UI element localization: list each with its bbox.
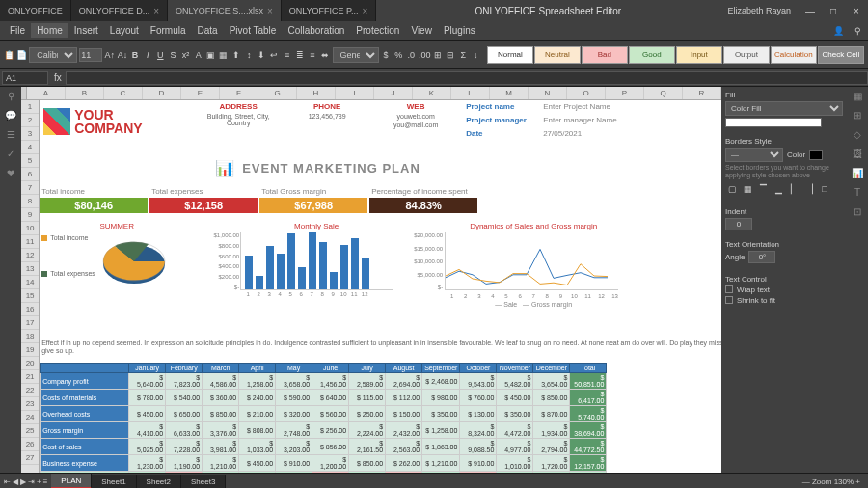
table-settings-icon[interactable]: ⊞ <box>851 110 864 123</box>
border-style-select[interactable]: — <box>725 148 783 162</box>
shrink-checkbox[interactable] <box>725 296 733 304</box>
data-table[interactable]: JanuaryFebruaryMarchAprilMayJuneJulyAugu… <box>40 363 607 473</box>
font-size-input[interactable] <box>79 48 102 62</box>
row-header[interactable]: 25 <box>21 424 39 438</box>
maximize-icon[interactable]: □ <box>822 6 845 16</box>
row-header[interactable]: 7 <box>21 181 39 195</box>
col-header[interactable]: Q <box>644 87 683 99</box>
row-header[interactable]: 27 <box>21 451 39 465</box>
menu-formula[interactable]: Formula <box>145 23 192 38</box>
row-header[interactable]: 14 <box>21 276 39 289</box>
sheet-add-icon[interactable]: + <box>37 477 41 486</box>
style-output[interactable]: Output <box>723 46 770 64</box>
menu-layout[interactable]: Layout <box>104 23 145 38</box>
row-header[interactable]: 4 <box>21 141 39 154</box>
sum-icon[interactable]: Σ <box>458 48 469 62</box>
number-format-select[interactable]: General <box>333 47 379 63</box>
sheet-prev-icon[interactable]: ◀ <box>13 477 18 486</box>
find-icon[interactable]: ⚲ <box>851 24 864 38</box>
row-header[interactable]: 9 <box>21 208 39 222</box>
border-all-icon[interactable]: ▦ <box>741 182 754 196</box>
style-neutral[interactable]: Neutral <box>534 46 581 64</box>
file-tab-1[interactable]: ONLYOFFICE S....xlsx× <box>168 0 282 21</box>
formula-input[interactable] <box>66 71 868 85</box>
row-header[interactable]: 6 <box>21 168 39 181</box>
comments-icon[interactable]: 💬 <box>4 110 17 123</box>
sort-icon[interactable]: ↓ <box>471 48 481 62</box>
row-header[interactable]: 22 <box>21 384 39 397</box>
indent-input[interactable] <box>725 218 752 230</box>
border-bottom-icon[interactable]: ▁ <box>772 182 785 196</box>
sheet-tab-2[interactable]: Sheet2 <box>137 475 181 488</box>
sheet-last-icon[interactable]: ⇥ <box>28 477 35 486</box>
row-header[interactable]: 13 <box>21 262 39 276</box>
font-color-icon[interactable]: A <box>193 48 203 62</box>
user-name[interactable]: Elizabeth Rayan <box>719 6 799 15</box>
col-header[interactable]: M <box>490 87 529 99</box>
align-right-icon[interactable]: ≡ <box>307 48 317 62</box>
fill-color-icon[interactable]: ▣ <box>205 48 216 62</box>
font-family-select[interactable]: Calibri <box>29 47 77 63</box>
border-top-icon[interactable]: ▔ <box>756 182 770 196</box>
file-tab-2[interactable]: ONLYOFFICE P...× <box>282 0 377 21</box>
feedback-icon[interactable]: ❤ <box>4 168 17 181</box>
menu-insert[interactable]: Insert <box>68 23 104 38</box>
col-header[interactable]: N <box>529 87 567 99</box>
border-none-icon[interactable]: □ <box>818 182 831 196</box>
strike-icon[interactable]: S <box>168 48 178 62</box>
dec-inc-icon[interactable]: .0 <box>406 48 417 62</box>
align-center-icon[interactable]: ≣ <box>294 48 305 62</box>
row-header[interactable]: 16 <box>21 303 39 316</box>
row-header[interactable]: 19 <box>21 343 39 357</box>
style-normal[interactable]: Normal <box>487 46 533 64</box>
paste-icon[interactable]: 📄 <box>16 48 27 62</box>
style-check-cell[interactable]: Check Cell <box>818 46 864 64</box>
shape-settings-icon[interactable]: ◇ <box>851 129 864 143</box>
cell-settings-icon[interactable]: ▦ <box>851 91 864 104</box>
close-icon[interactable]: × <box>362 6 367 16</box>
col-header[interactable]: F <box>220 87 258 99</box>
row-header[interactable]: 15 <box>21 289 39 303</box>
grow-font-icon[interactable]: A↑ <box>104 48 115 62</box>
row-header[interactable]: 20 <box>21 357 39 370</box>
merge-icon[interactable]: ⬌ <box>319 48 330 62</box>
fx-icon[interactable]: fx <box>50 72 66 83</box>
super-icon[interactable]: x² <box>180 48 191 62</box>
menu-collab[interactable]: Collaboration <box>282 23 350 38</box>
wrap-checkbox[interactable] <box>725 285 733 293</box>
name-box[interactable] <box>2 71 48 85</box>
fill-color-swatch[interactable] <box>725 118 822 127</box>
search-icon[interactable]: ⚲ <box>4 91 17 104</box>
row-header[interactable]: 11 <box>21 235 39 249</box>
row-header[interactable]: 2 <box>21 114 39 127</box>
chat-icon[interactable]: ☰ <box>4 129 17 143</box>
border-left-icon[interactable]: ▏ <box>787 182 800 196</box>
close-icon[interactable]: × <box>267 6 273 16</box>
col-header[interactable]: C <box>104 87 143 99</box>
pivot-settings-icon[interactable]: ⊡ <box>851 206 864 220</box>
col-header[interactable]: K <box>413 87 451 99</box>
angle-input[interactable] <box>748 251 775 263</box>
zoom-out-icon[interactable]: — <box>802 477 810 486</box>
align-bot-icon[interactable]: ⬇ <box>257 48 267 62</box>
sheet-list-icon[interactable]: ≡ <box>43 477 48 486</box>
chart-settings-icon[interactable]: 📊 <box>851 168 864 181</box>
italic-icon[interactable]: I <box>143 48 153 62</box>
spellcheck-icon[interactable]: ✓ <box>4 149 17 162</box>
delete-cell-icon[interactable]: ⊟ <box>446 48 456 62</box>
dec-dec-icon[interactable]: .00 <box>419 48 431 62</box>
sheet-first-icon[interactable]: ⇤ <box>4 477 11 486</box>
border-right-icon[interactable]: ▕ <box>802 182 816 196</box>
sheet-next-icon[interactable]: ▶ <box>20 477 26 486</box>
col-header[interactable]: A <box>27 87 66 99</box>
borders-icon[interactable]: ▦ <box>218 48 229 62</box>
row-header[interactable]: 12 <box>21 249 39 262</box>
border-outer-icon[interactable]: ▢ <box>725 182 739 196</box>
border-color-swatch[interactable] <box>809 150 823 160</box>
shrink-font-icon[interactable]: A↓ <box>117 48 127 62</box>
percent-icon[interactable]: % <box>393 48 404 62</box>
sheet-tab-1[interactable]: Sheet1 <box>92 475 136 488</box>
row-header[interactable]: 10 <box>21 222 39 235</box>
row-header[interactable]: 1 <box>21 100 39 114</box>
close-icon[interactable]: × <box>845 6 868 16</box>
